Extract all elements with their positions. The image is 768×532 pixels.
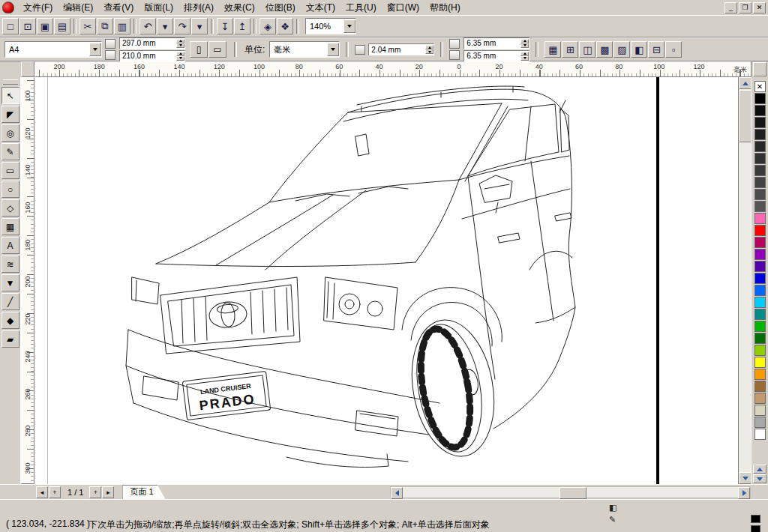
menu-effects[interactable]: 效果(C) — [219, 0, 260, 16]
paper-width-spinner[interactable]: 297.0 mm — [119, 37, 185, 49]
snap-to-objects-button[interactable]: ◫ — [579, 41, 596, 58]
palette-swatch[interactable] — [754, 369, 766, 380]
prado-line-drawing[interactable]: LAND CRUISER PRADO — [110, 81, 582, 482]
options-button[interactable]: ▫ — [665, 41, 682, 58]
interactive-blend-tool[interactable]: ≋ — [2, 256, 20, 273]
copy-button[interactable]: ⧉ — [97, 18, 113, 34]
palette-swatch[interactable] — [754, 297, 766, 308]
print-button[interactable]: ▤ — [54, 18, 70, 34]
palette-swatch[interactable] — [754, 165, 766, 176]
drawing-canvas[interactable]: LAND CRUISER PRADO — [34, 77, 738, 484]
add-page-after-button[interactable]: + — [89, 486, 101, 498]
scroll-left-icon[interactable] — [391, 487, 403, 499]
decrement-icon[interactable] — [176, 43, 184, 48]
redo-dropdown-icon[interactable]: ▾ — [191, 18, 208, 34]
outline-tool[interactable]: ╱ — [2, 293, 20, 310]
vertical-scroll-thumb[interactable] — [739, 90, 752, 142]
palette-swatch[interactable] — [754, 417, 766, 428]
palette-swatch[interactable] — [754, 429, 766, 440]
duplicate-x-spinner[interactable]: 6.35 mm — [464, 37, 530, 49]
palette-swatch[interactable] — [754, 225, 766, 236]
horizontal-ruler[interactable]: 2001801601401201008060402002040608010012… — [34, 61, 752, 77]
palette-swatch[interactable] — [754, 93, 766, 104]
undo-button[interactable]: ↶ — [140, 18, 156, 34]
menu-window[interactable]: 窗口(W) — [382, 0, 424, 16]
text-tool[interactable]: A — [2, 237, 20, 254]
menu-help[interactable]: 帮助(H) — [424, 0, 466, 16]
shape-tool[interactable]: ◤ — [2, 106, 20, 123]
palette-swatch[interactable] — [754, 273, 766, 284]
palette-swatch[interactable] — [754, 285, 766, 296]
decrement-icon[interactable] — [425, 49, 434, 54]
palette-swatch[interactable] — [754, 105, 766, 116]
scroll-down-icon[interactable] — [739, 472, 752, 484]
palette-swatch[interactable] — [754, 261, 766, 272]
draw-complex-button[interactable]: ◧ — [631, 41, 647, 58]
palette-swatch[interactable] — [754, 177, 766, 188]
palette-swatch[interactable] — [754, 321, 766, 332]
scroll-right-icon[interactable] — [738, 487, 750, 499]
scroll-up-icon[interactable] — [739, 77, 752, 89]
nudge-offset-spinner[interactable]: 2.04 mm — [368, 43, 434, 55]
graph-paper-tool[interactable]: ▦ — [2, 218, 20, 235]
ellipse-tool[interactable]: ○ — [2, 181, 20, 198]
open-button[interactable]: ⊡ — [20, 18, 36, 34]
palette-swatch[interactable] — [754, 213, 766, 224]
application-launcher-button[interactable]: ◈ — [260, 18, 276, 34]
freehand-tool[interactable]: ✎ — [2, 143, 20, 160]
menu-file[interactable]: 文件(F) — [18, 0, 58, 16]
palette-swatch[interactable] — [754, 189, 766, 200]
palette-swatch[interactable] — [754, 381, 766, 392]
zoom-level-combobox[interactable]: 140% — [305, 18, 356, 34]
next-page-button[interactable]: ▸ — [102, 486, 114, 498]
menu-arrange[interactable]: 排列(A) — [178, 0, 219, 16]
decrement-icon[interactable] — [520, 43, 529, 48]
palette-swatch[interactable] — [754, 333, 766, 344]
redo-button[interactable]: ↷ — [174, 18, 190, 34]
snap-to-guidelines-button[interactable]: ⊞ — [562, 41, 578, 58]
palette-swatch[interactable] — [754, 249, 766, 260]
ruler-options-button[interactable] — [753, 62, 766, 76]
units-combobox[interactable]: 毫米 — [269, 41, 340, 58]
palette-swatch[interactable] — [754, 81, 766, 92]
decrement-icon[interactable] — [176, 56, 184, 61]
toolbox-grip[interactable] — [3, 79, 18, 85]
snap-to-grid-button[interactable]: ▦ — [544, 41, 561, 58]
units-dropdown-icon[interactable] — [327, 43, 339, 56]
horizontal-scroll-thumb[interactable] — [560, 487, 586, 499]
interactive-fill-tool[interactable]: ▰ — [2, 330, 20, 348]
add-page-before-button[interactable]: + — [49, 486, 61, 498]
menu-text[interactable]: 文本(T) — [301, 0, 340, 16]
prev-page-button[interactable]: ◂ — [36, 486, 48, 498]
menu-tools[interactable]: 工具(U) — [340, 0, 382, 16]
palette-swatch[interactable] — [754, 237, 766, 248]
fill-tool[interactable]: ◆ — [2, 312, 20, 329]
undo-dropdown-icon[interactable]: ▾ — [157, 18, 173, 34]
zoom-tool[interactable]: ◎ — [2, 124, 20, 142]
new-document-button[interactable]: □ — [2, 18, 19, 34]
paper-size-dropdown-icon[interactable] — [89, 43, 101, 56]
zoom-dropdown-icon[interactable] — [344, 19, 356, 33]
palette-swatch[interactable] — [754, 141, 766, 152]
vertical-ruler[interactable]: 100120140160180200220240260280300 — [21, 77, 34, 484]
palette-swatch[interactable] — [754, 201, 766, 212]
ruler-origin-button[interactable] — [21, 61, 34, 77]
palette-scroll-down-icon[interactable] — [753, 474, 766, 483]
landscape-button[interactable]: ▭ — [208, 41, 226, 58]
portrait-button[interactable]: ▯ — [190, 41, 208, 58]
nonprinting-chars-button[interactable]: ⊟ — [648, 41, 664, 58]
menu-view[interactable]: 查看(V) — [98, 0, 139, 16]
polygon-tool[interactable]: ◇ — [2, 199, 20, 217]
pick-tool[interactable]: ↖ — [2, 87, 20, 104]
maximize-button[interactable]: ❐ — [739, 2, 752, 13]
import-button[interactable]: ↧ — [217, 18, 233, 34]
treat-as-filled-button[interactable]: ▩ — [596, 41, 613, 58]
paste-button[interactable]: ▥ — [114, 18, 130, 34]
export-button[interactable]: ↥ — [234, 18, 250, 34]
palette-scroll-up-icon[interactable] — [753, 465, 766, 474]
menu-edit[interactable]: 编辑(E) — [58, 0, 98, 16]
palette-swatch[interactable] — [754, 345, 766, 356]
horizontal-scrollbar[interactable] — [390, 486, 751, 498]
menu-bitmaps[interactable]: 位图(B) — [260, 0, 301, 16]
vertical-scrollbar[interactable] — [738, 77, 751, 484]
